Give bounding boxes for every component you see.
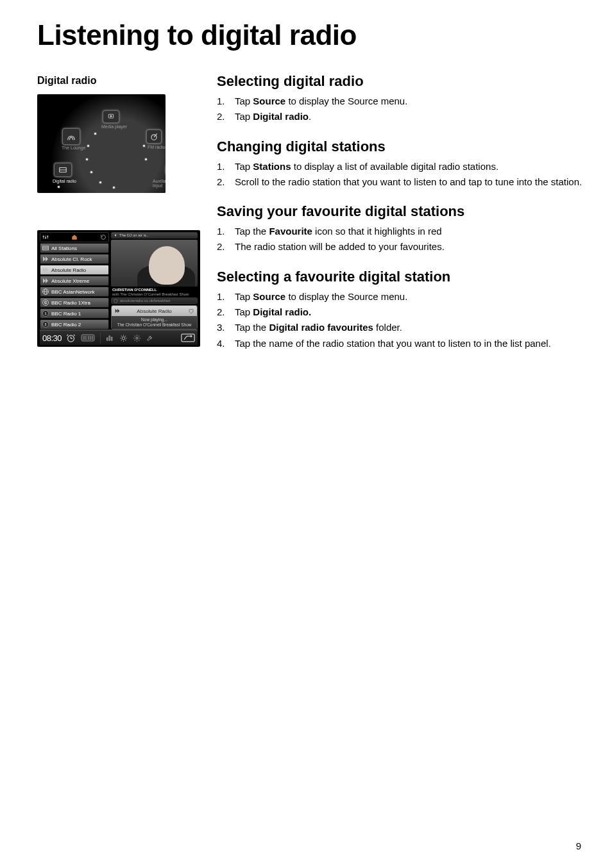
svg-text:2: 2 (44, 322, 46, 326)
bright-icon (119, 333, 128, 342)
next-icon (114, 308, 121, 314)
caption-name: CHRISTIAN O'CONNELL (112, 288, 198, 292)
ring-dot (90, 171, 92, 173)
svg-rect-45 (92, 336, 93, 340)
svg-point-58 (135, 337, 137, 338)
svg-rect-43 (88, 336, 89, 340)
media-player-label: Media player (101, 124, 127, 129)
station-row: All Stations (40, 243, 109, 253)
svg-line-57 (125, 335, 126, 336)
section-heading: Saving your favourite digital stations (217, 203, 582, 220)
figure-source-menu: Media player The Lounge FM radio Digital… (37, 94, 166, 193)
row-icon (42, 288, 49, 296)
svg-marker-17 (43, 256, 46, 262)
ring-dot (145, 158, 147, 160)
figure-station-list: All StationsAbsolute Cl. RockAbsolute Ra… (37, 230, 200, 347)
svg-rect-48 (112, 337, 113, 340)
station-row: 1BBC Radio 1 (40, 308, 109, 319)
lounge-label: The Lounge (62, 146, 85, 150)
svg-marker-18 (46, 256, 48, 262)
back-arrow-icon (114, 233, 117, 237)
page-title: Listening to digital radio (37, 19, 582, 51)
station-row: Absolute Radio (40, 265, 109, 275)
svg-point-49 (122, 337, 124, 339)
content-header: The DJ on air is... (111, 232, 198, 238)
list-item: 2.The radio station will be added to you… (217, 240, 582, 253)
gear-icon (132, 333, 141, 342)
svg-rect-59 (182, 334, 194, 342)
display-icon (181, 333, 195, 342)
row-label: BBC Radio 2 (51, 322, 81, 328)
row-label: Absolute Xtreme (51, 278, 89, 284)
now-playing-box: Absolute Radio Now playing... The Christ… (111, 305, 198, 330)
list-toolbar (40, 232, 109, 242)
row-icon: 2 (42, 321, 49, 328)
link-bar: absoluteradio.co.uk/breakfast (111, 297, 198, 304)
fm-label: FM radio (148, 145, 166, 149)
media-icon (80, 333, 96, 342)
np-station: Absolute Radio (137, 308, 171, 314)
list-item: 1.Tap the Favourite icon so that it high… (217, 224, 582, 238)
list-item: 2.Tap Digital radio. (217, 110, 582, 123)
row-icon (42, 266, 49, 274)
row-icon (42, 255, 49, 263)
svg-marker-35 (117, 309, 119, 313)
list-item: 3.Tap the Digital radio favourites folde… (217, 321, 582, 334)
ring-dot (86, 158, 88, 160)
list-item: 1.Tap Source to display the Source menu. (217, 290, 582, 303)
list-item: 2.Scroll to the radio station that you w… (217, 175, 582, 188)
svg-marker-1 (110, 115, 112, 117)
svg-line-39 (67, 334, 68, 335)
fm-radio-icon (146, 129, 162, 144)
svg-line-56 (121, 340, 121, 340)
home-icon (71, 234, 78, 240)
row-icon (42, 244, 49, 252)
ring-dot (143, 145, 145, 147)
row-icon (42, 277, 49, 285)
list-item: 1.Tap Stations to display a list of avai… (217, 160, 582, 173)
ring-dot (113, 187, 115, 188)
header-text: The DJ on air is... (119, 233, 149, 237)
svg-line-54 (121, 335, 121, 336)
station-row: Absolute Cl. Rock (40, 254, 109, 264)
svg-rect-44 (90, 336, 91, 340)
aux-label: Auxiliary input (153, 179, 166, 188)
np-line1: Now playing... (113, 317, 196, 322)
artwork (111, 240, 198, 287)
digital-radio-label: Digital radio (53, 179, 76, 183)
station-row: CBBC Radio 1Xtra (40, 297, 109, 308)
svg-rect-46 (107, 338, 108, 340)
svg-marker-34 (115, 309, 117, 313)
section-heading: Selecting digital radio (217, 73, 582, 90)
np-line2: The Christian O'Connell Breakfast Show (113, 322, 196, 327)
section-heading: Changing digital stations (217, 138, 582, 155)
page-number: 9 (576, 840, 581, 851)
status-bar: 08:30 (40, 330, 198, 345)
row-icon: C (42, 299, 49, 306)
station-row: 2BBC Radio 2 (40, 319, 109, 330)
svg-marker-22 (46, 278, 48, 283)
ring-dot (58, 186, 60, 188)
tools-icon (146, 333, 155, 342)
caption-sub: with The Christian O'Connell Breakfast S… (112, 292, 198, 297)
section-heading: Selecting a favourite digital station (217, 269, 582, 285)
svg-marker-20 (46, 267, 48, 272)
svg-point-33 (114, 299, 117, 303)
svg-marker-32 (115, 234, 117, 237)
eq-icon (105, 333, 114, 342)
alarm-icon (66, 333, 76, 342)
heart-icon (188, 308, 194, 314)
svg-marker-19 (43, 267, 46, 272)
svg-text:1: 1 (44, 312, 46, 315)
svg-point-13 (47, 236, 49, 237)
station-row: BBC AsianNetwork (40, 287, 109, 297)
refresh-icon (100, 234, 106, 240)
lounge-icon (62, 128, 80, 145)
side-heading: Digital radio (37, 75, 200, 87)
row-label: BBC AsianNetwork (51, 289, 95, 295)
row-label: Absolute Radio (51, 267, 86, 273)
svg-point-12 (45, 237, 46, 238)
globe-icon (114, 299, 118, 303)
digital-radio-icon (54, 163, 72, 177)
media-player-icon (103, 110, 119, 123)
